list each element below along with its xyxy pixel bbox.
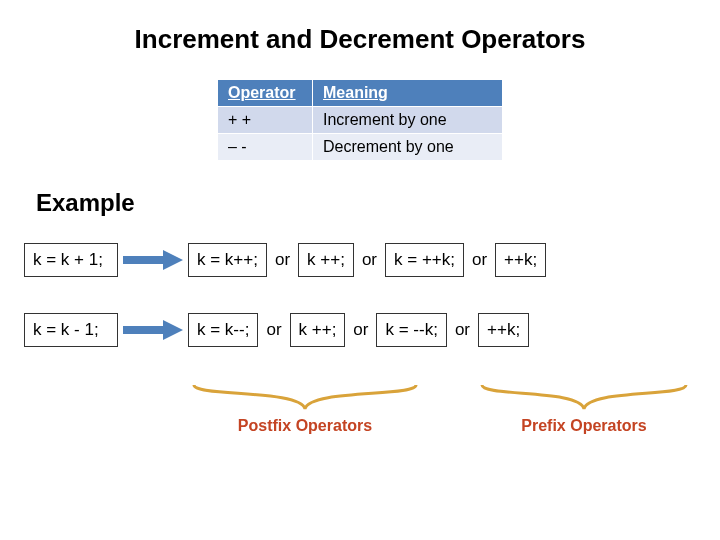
or-text: or: [354, 250, 385, 270]
expr-prefix: ++k;: [495, 243, 546, 277]
expr-prefix-assign: k = ++k;: [385, 243, 464, 277]
arrow-icon: [118, 320, 188, 340]
or-text: or: [267, 250, 298, 270]
example-heading: Example: [36, 189, 720, 217]
brace-postfix: Postfix Operators: [190, 383, 420, 413]
svg-marker-0: [123, 250, 183, 270]
expr-postfix-assign: k = k--;: [188, 313, 258, 347]
brace-prefix: Prefix Operators: [478, 383, 690, 413]
label-prefix: Prefix Operators: [478, 417, 690, 435]
th-meaning: Meaning: [313, 80, 503, 107]
expr-original: k = k + 1;: [24, 243, 118, 277]
expr-prefix: ++k;: [478, 313, 529, 347]
expr-postfix: k ++;: [290, 313, 346, 347]
or-text: or: [345, 320, 376, 340]
cell-mean: Increment by one: [313, 107, 503, 134]
expr-original: k = k - 1;: [24, 313, 118, 347]
th-operator: Operator: [218, 80, 313, 107]
cell-op: – -: [218, 134, 313, 161]
expr-postfix: k ++;: [298, 243, 354, 277]
example-row: k = k + 1; k = k++; or k ++; or k = ++k;…: [0, 243, 720, 277]
svg-marker-1: [123, 320, 183, 340]
table-row: – - Decrement by one: [218, 134, 503, 161]
example-row: k = k - 1; k = k--; or k ++; or k = --k;…: [0, 313, 720, 347]
or-text: or: [258, 320, 289, 340]
page-title: Increment and Decrement Operators: [0, 0, 720, 55]
cell-op: + +: [218, 107, 313, 134]
table-row: + + Increment by one: [218, 107, 503, 134]
expr-postfix-assign: k = k++;: [188, 243, 267, 277]
or-text: or: [464, 250, 495, 270]
arrow-icon: [118, 250, 188, 270]
or-text: or: [447, 320, 478, 340]
label-postfix: Postfix Operators: [190, 417, 420, 435]
expr-prefix-assign: k = --k;: [376, 313, 446, 347]
cell-mean: Decrement by one: [313, 134, 503, 161]
operator-table: Operator Meaning + + Increment by one – …: [217, 79, 503, 161]
